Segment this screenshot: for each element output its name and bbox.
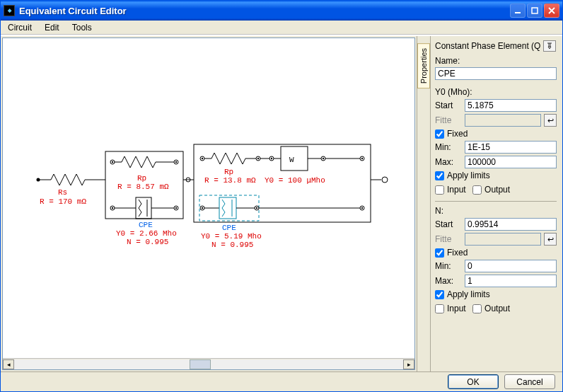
n-input-label: Input [447, 304, 466, 313]
svg-point-7 [112, 161, 113, 163]
n-fitte-revert-button[interactable]: ↩ [544, 233, 557, 246]
n-apply-checkbox[interactable] [435, 290, 444, 299]
svg-rect-33 [281, 146, 308, 171]
properties-panel: Constant Phase Element (Q Name: Y0 (Mho)… [431, 36, 562, 371]
window-title: Equivalent Circuit Editor [19, 6, 510, 16]
cancel-button[interactable]: Cancel [504, 374, 555, 389]
scroll-thumb[interactable] [190, 359, 211, 369]
n-fixed-checkbox[interactable] [435, 248, 444, 258]
circuit-canvas[interactable]: W [3, 38, 414, 358]
main-window: ◆ Equivalent Circuit Editor Circuit Edit… [0, 0, 563, 392]
name-label: Name: [435, 56, 557, 66]
svg-rect-15 [136, 197, 151, 219]
y0-apply-checkbox[interactable] [435, 171, 444, 180]
panel-heading: Constant Phase Element (Q [435, 40, 557, 52]
n-output-label: Output [484, 304, 510, 313]
name-field[interactable] [435, 67, 557, 80]
y0-output-checkbox[interactable] [472, 185, 482, 195]
n-start-label: Start [435, 219, 462, 229]
menu-circuit[interactable]: Circuit [8, 23, 32, 33]
close-icon [548, 7, 555, 14]
y0-apply-label: Apply limits [447, 171, 490, 180]
n-min-field[interactable] [465, 260, 557, 272]
content-area: W [1, 35, 562, 371]
y0-input-label: Input [447, 185, 466, 195]
n-label: N: [435, 206, 557, 216]
pin-button[interactable] [543, 40, 556, 52]
y0-min-field[interactable] [465, 141, 557, 154]
y0-max-field[interactable] [465, 156, 557, 168]
svg-point-28 [257, 158, 259, 159]
svg-point-54 [382, 177, 388, 183]
svg-point-24 [202, 158, 203, 159]
n-fitte-field [465, 233, 541, 246]
menubar: Circuit Edit Tools [1, 21, 562, 35]
svg-rect-0 [515, 12, 521, 13]
svg-point-49 [256, 207, 257, 209]
minimize-icon [514, 7, 521, 14]
n-output-checkbox[interactable] [472, 304, 482, 313]
n-max-field[interactable] [465, 275, 557, 287]
pin-icon [546, 42, 553, 50]
svg-point-11 [175, 161, 177, 163]
close-button[interactable] [544, 4, 559, 18]
rp2-name: Rp [224, 168, 233, 176]
cpe2-name: CPE [222, 224, 236, 232]
svg-point-13 [112, 207, 113, 209]
n-min-label: Min: [435, 261, 462, 271]
y0-start-field[interactable] [465, 99, 557, 112]
rp1-value: R = 8.57 mΩ [117, 183, 169, 191]
n-fixed-label: Fixed [447, 248, 468, 258]
rs-name: Rs [58, 188, 67, 197]
properties-tab-strip: Properties [417, 36, 431, 371]
menu-edit[interactable]: Edit [45, 23, 59, 33]
svg-point-37 [323, 158, 324, 159]
svg-point-19 [175, 207, 177, 209]
circuit-diagram: W [10, 102, 406, 286]
y0-fitte-label: Fitte [435, 115, 462, 125]
svg-point-30 [271, 158, 272, 159]
cpe1-n: N = 0.995 [127, 238, 168, 246]
svg-point-52 [361, 207, 363, 209]
footer: OK Cancel [1, 371, 562, 391]
n-max-label: Max: [435, 276, 462, 286]
panel-title: Constant Phase Element (Q [435, 41, 540, 51]
n-apply-label: Apply limits [447, 289, 490, 299]
app-icon: ◆ [4, 5, 15, 16]
svg-rect-1 [532, 8, 538, 13]
minimize-button[interactable] [510, 4, 526, 18]
n-fitte-label: Fitte [435, 234, 462, 244]
n-input-checkbox[interactable] [435, 304, 444, 313]
titlebar[interactable]: ◆ Equivalent Circuit Editor [1, 1, 562, 21]
scroll-right-arrow[interactable]: ▸ [403, 359, 414, 369]
rp2-value: R = 13.8 mΩ [204, 176, 256, 185]
maximize-icon [531, 7, 538, 14]
cpe2-n: N = 0.995 [211, 241, 253, 249]
y0-fitte-revert-button[interactable]: ↩ [544, 114, 557, 127]
y0-fixed-checkbox[interactable] [435, 129, 444, 139]
maximize-button[interactable] [527, 4, 542, 18]
rs-value: R = 170 mΩ [40, 197, 86, 206]
rp1-name: Rp [137, 174, 146, 183]
horizontal-scrollbar[interactable]: ◂ ▸ [3, 358, 414, 369]
cpe1-y0: Y0 = 2.66 Mho [116, 229, 177, 238]
ok-button[interactable]: OK [448, 374, 499, 389]
y0-label: Y0 (Mho): [435, 87, 557, 97]
scroll-track[interactable] [14, 359, 403, 369]
properties-tab[interactable]: Properties [417, 43, 430, 88]
scroll-left-arrow[interactable]: ◂ [3, 359, 14, 369]
n-start-field[interactable] [465, 218, 557, 231]
menu-tools[interactable]: Tools [72, 23, 92, 33]
y0-fitte-field [465, 114, 541, 127]
warburg-value: Y0 = 100 μMho [265, 176, 325, 185]
svg-point-39 [361, 158, 363, 159]
y0-fixed-label: Fixed [447, 129, 468, 139]
svg-point-42 [202, 207, 203, 209]
canvas-wrap: W [2, 38, 415, 370]
y0-min-label: Min: [435, 142, 462, 152]
y0-input-checkbox[interactable] [435, 185, 444, 195]
cpe2-y0: Y0 = 5.19 Mho [201, 232, 262, 241]
y0-output-label: Output [484, 185, 510, 195]
y0-max-label: Max: [435, 157, 462, 167]
svg-text:W: W [289, 156, 294, 164]
